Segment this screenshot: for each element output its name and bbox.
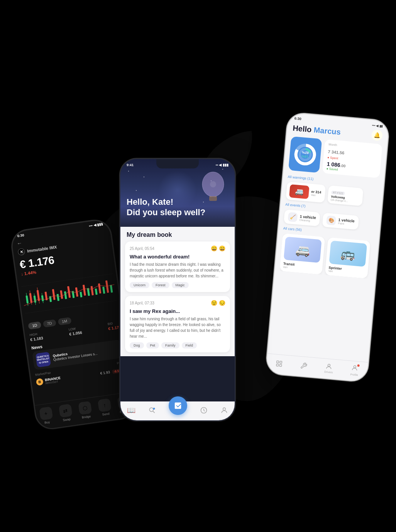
dream-entry-2[interactable]: 18 April, 07:33 😟 😔 I saw my Rex again..… [125, 296, 230, 352]
star-3 [222, 169, 223, 170]
dream-header: 9:41 ▪▪ ◀ ▮▮▮ Hello, Kate! Did you sleep… [120, 159, 235, 227]
dream-title-2: I saw my Rex again... [130, 308, 225, 314]
car-cards-row: 🚐 Transit Van 🚌 Sprinter Van [279, 233, 374, 279]
all-cars-section: 🚐 Transit Van 🚌 Sprinter Van [275, 231, 379, 281]
swap-icon: ⇄ [59, 404, 73, 418]
tag-dog: Dog [130, 342, 144, 348]
svg-rect-53 [276, 364, 279, 366]
svg-line-5 [28, 303, 28, 306]
nav-clock[interactable] [200, 406, 208, 414]
swap-label: Swap [63, 417, 71, 422]
svg-line-14 [39, 301, 39, 304]
event-card-paint[interactable]: 🎨 1 vehicle Paint [322, 213, 359, 230]
profile-label: Profile [350, 373, 358, 376]
time-btn-7d[interactable]: 7D [43, 319, 56, 327]
svg-line-8 [32, 303, 32, 305]
hello-text: Hello Marcus [293, 124, 341, 137]
high-value: € 1.183 [30, 336, 44, 342]
dream-date-1: 25 April, 05:54 [130, 246, 154, 251]
time-btn-1d[interactable]: 1D [28, 321, 41, 330]
coin-name: Immutable IMX [27, 245, 58, 253]
news-content: Qubetics Qubetics Investor Losses s... [52, 348, 98, 362]
svg-line-13 [37, 287, 37, 290]
svg-rect-54 [279, 364, 282, 367]
tag-field: Field [182, 342, 197, 348]
fab-add[interactable] [169, 396, 187, 415]
warning-tag-2: RT-F322 [331, 190, 345, 195]
svg-rect-31 [95, 289, 98, 295]
svg-rect-3 [25, 296, 29, 304]
event-card-cleaning[interactable]: 🧹 1 vehicle Cleaning [284, 209, 320, 226]
dream-body: My dream book 25 April, 05:54 😄 😀 What a… [120, 227, 235, 356]
tag-magic: Magic [172, 282, 189, 288]
svg-rect-15 [41, 295, 44, 301]
dream-entry-1[interactable]: 25 April, 05:54 😄 😀 What a wonderful dre… [125, 241, 230, 292]
svg-rect-23 [64, 291, 67, 299]
car-image-1: 🚐 [284, 236, 322, 263]
right-nav-profile[interactable]: Profile [350, 364, 359, 377]
paint-icon: 🎨 [326, 216, 336, 226]
svg-rect-20 [52, 289, 56, 300]
svg-rect-22 [60, 290, 63, 299]
right-nav-drivers[interactable]: Drivers [324, 362, 333, 374]
svg-rect-32 [98, 283, 102, 293]
events-link[interactable]: All events (7) [285, 202, 306, 208]
bridge-action[interactable]: ⬡ Bridge [78, 401, 93, 420]
phone-right: 6:30 ▪▪▪ ◀ ▮▮ Hello Marcus 🔔 [265, 112, 390, 383]
send-action[interactable]: ↑ Send [98, 398, 112, 417]
nav-profile[interactable] [220, 406, 228, 414]
left-time: 6:30 [17, 233, 24, 238]
svg-rect-35 [110, 285, 113, 293]
time-btn-1m[interactable]: 1M [58, 317, 71, 326]
all-cars-link[interactable]: All cars (56) [283, 226, 302, 232]
warning-car-image-1: 🚐 [289, 184, 310, 199]
nav-search[interactable] [148, 406, 156, 414]
right-nav-menu[interactable] [275, 360, 283, 367]
cleaning-icon: 🧹 [288, 212, 298, 222]
svg-rect-28 [83, 285, 86, 296]
center-notch [156, 159, 199, 168]
warning-card-1[interactable]: 🚐 er 314 Van [286, 182, 326, 203]
buy-action[interactable]: + Buy [39, 406, 54, 425]
svg-point-41 [210, 181, 216, 187]
dream-title-1: What a wonderful dream! [130, 254, 225, 260]
dream-tags-1: Unicorn Forest Magic [130, 282, 225, 288]
svg-line-16 [42, 293, 42, 296]
coin-icon: ✕ [17, 248, 25, 256]
bridge-label: Bridge [82, 415, 91, 419]
stat-numbers: Month 7 341.56 ● Spent 1 086.00 ● Saved [322, 139, 382, 178]
send-icon: ↑ [98, 398, 112, 412]
svg-line-43 [153, 411, 155, 413]
svg-rect-27 [80, 292, 82, 297]
cleaning-info: 1 vehicle Cleaning [300, 214, 316, 223]
svg-point-56 [354, 365, 356, 368]
car-image-2: 🚌 [329, 241, 367, 267]
star-1 [128, 171, 129, 172]
binance-icon: B [36, 378, 44, 386]
dream-tags-2: Dog Pet Family Field [130, 342, 225, 348]
greeting-line2: Did you sleep well? [127, 207, 205, 217]
nav-book[interactable]: 📖 [127, 406, 135, 415]
right-nav-tools[interactable] [300, 362, 308, 370]
svg-rect-52 [280, 361, 282, 364]
car-card-2[interactable]: 🚌 Sprinter Van [325, 237, 371, 279]
svg-line-17 [43, 301, 43, 303]
warnings-link[interactable]: All warnings (11) [288, 175, 314, 181]
center-time: 9:41 [127, 163, 134, 167]
buy-label: Buy [44, 420, 50, 425]
dream-entry-1-header: 25 April, 05:54 😄 😀 [130, 245, 225, 252]
tag-pet: Pet [146, 342, 159, 348]
warning-info-1: er 314 Van [311, 189, 321, 197]
phone-left: 6:30 ▪▪▪ ◀ ▮▮▮ ← ✕ Immutable IMX € 1.176… [10, 218, 137, 431]
notification-icon[interactable]: 🔔 [371, 129, 383, 141]
svg-line-11 [36, 303, 36, 305]
tag-forest: Forest [152, 282, 169, 288]
dream-entry-2-header: 18 April, 07:33 😟 😔 [130, 300, 225, 306]
bid-value: € 1.17 [108, 325, 119, 331]
svg-point-44 [153, 408, 155, 410]
swap-action[interactable]: ⇄ Swap [59, 404, 73, 422]
paint-info: 1 vehicle Paint [338, 218, 355, 226]
right-time: 6:30 [294, 116, 301, 121]
warning-card-2[interactable]: RT-F322 Volkswag Oil change n... [327, 185, 364, 206]
car-card-1[interactable]: 🚐 Transit Van [279, 233, 325, 275]
